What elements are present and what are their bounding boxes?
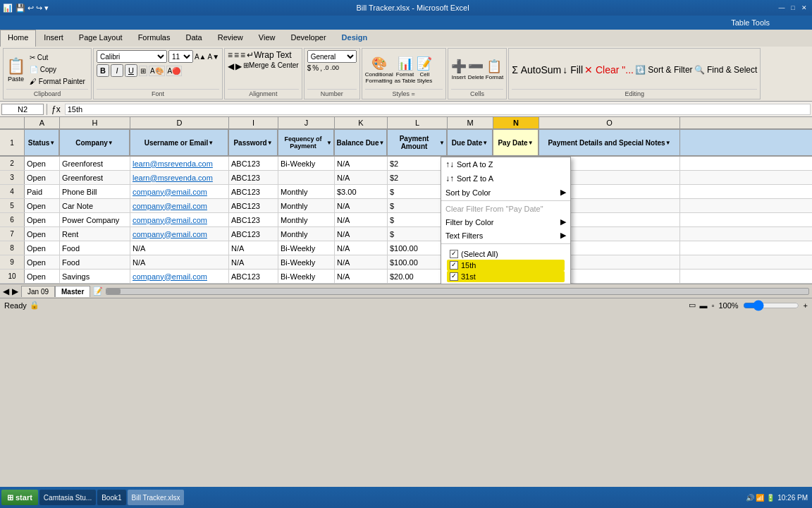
cell-password: ABC123 xyxy=(229,270,278,283)
sheet-tab-icon[interactable]: 📝 xyxy=(93,286,103,296)
cell-company: Greenforest xyxy=(60,171,130,184)
align-top-right-button[interactable]: ≡ xyxy=(240,50,245,60)
taskbar-camtasia[interactable]: Camtasia Stu... xyxy=(39,490,96,505)
font-size-select[interactable]: 11 xyxy=(168,50,193,63)
formula-input[interactable] xyxy=(65,104,811,115)
tab-home[interactable]: Home xyxy=(0,30,36,47)
italic-button[interactable]: I xyxy=(111,64,123,77)
col-header-O[interactable]: O xyxy=(539,117,680,128)
maximize-button[interactable]: □ xyxy=(788,3,798,13)
font-family-select[interactable]: Calibri xyxy=(97,50,167,63)
col-header-M[interactable]: M xyxy=(448,117,493,128)
merge-button[interactable]: ⊞Merge & Center xyxy=(243,61,299,71)
select-all-item[interactable]: (Select All) xyxy=(447,248,565,260)
bold-button[interactable]: B xyxy=(97,64,109,77)
align-center-button[interactable]: ▶ xyxy=(235,61,242,71)
text-filters-item[interactable]: Text Filters ▶ xyxy=(441,229,570,242)
col-header-I[interactable]: I xyxy=(229,117,278,128)
col-header-J[interactable]: J xyxy=(278,117,335,128)
cell-email: company@email.com xyxy=(130,213,229,226)
sort-filter-button[interactable]: 🔃 Sort & Filter xyxy=(635,65,693,75)
cut-button[interactable]: ✂ Cut xyxy=(27,52,88,63)
col-header-K[interactable]: K xyxy=(335,117,388,128)
sheet-tab-master[interactable]: Master xyxy=(55,286,90,297)
horizontal-scrollbar[interactable] xyxy=(106,288,809,295)
sheet-scroll-left[interactable]: ◀ xyxy=(3,286,9,296)
clear-button[interactable]: ✕ Clear "... xyxy=(584,64,634,75)
view-normal-button[interactable]: ▭ xyxy=(689,301,696,310)
col-header-L[interactable]: L xyxy=(388,117,448,128)
insert-button[interactable]: ➕ Insert xyxy=(451,59,467,80)
zoom-plus-button[interactable]: + xyxy=(804,301,808,310)
find-select-button[interactable]: 🔍 Find & Select xyxy=(694,65,758,75)
sort-by-color-item[interactable]: Sort by Color ▶ xyxy=(441,186,570,199)
font-decrease-button[interactable]: A▼ xyxy=(208,53,220,61)
paste-button[interactable]: 📋 Paste xyxy=(6,57,25,83)
cell-frequency: Monthly xyxy=(278,213,335,226)
view-layout-button[interactable]: ▬ xyxy=(700,301,708,310)
font-increase-button[interactable]: A▲ xyxy=(195,53,207,61)
col-header-H[interactable]: H xyxy=(60,117,130,128)
increase-decimal-button[interactable]: .0 xyxy=(324,64,329,72)
underline-button[interactable]: U xyxy=(125,64,137,77)
tab-review[interactable]: Review xyxy=(210,30,251,47)
row-number: 7 xyxy=(0,227,25,241)
pay-date-filter-arrow[interactable]: ▼ xyxy=(528,140,534,146)
format-as-table-button[interactable]: 📊 Formatas Table xyxy=(395,56,416,84)
sort-az-item[interactable]: ↑↓ Sort A to Z xyxy=(441,157,570,171)
number-group: General $ % , .0 .00 Number xyxy=(304,48,360,99)
taskbar-book1[interactable]: Book1 xyxy=(97,490,125,505)
format-button[interactable]: 📋 Format xyxy=(486,59,503,80)
tab-formulas[interactable]: Formulas xyxy=(130,30,178,47)
align-left-button[interactable]: ◀ xyxy=(228,61,234,71)
autosum-button[interactable]: Σ AutoSum xyxy=(512,64,561,75)
wrap-text-button[interactable]: ↵Wrap Text xyxy=(247,50,292,60)
conditional-formatting-button[interactable]: 🎨 ConditionalFormatting xyxy=(365,56,393,84)
header-company: Company ▼ xyxy=(60,130,130,155)
sort-za-item[interactable]: ↓↑ Sort Z to A xyxy=(441,171,570,186)
tab-developer[interactable]: Developer xyxy=(283,30,333,47)
cell-reference-input[interactable] xyxy=(1,104,44,115)
copy-button[interactable]: 📄 Copy xyxy=(27,64,88,75)
tab-view[interactable]: View xyxy=(251,30,283,47)
option-15th-item[interactable]: 15th xyxy=(447,260,565,271)
col-header-D[interactable]: D xyxy=(130,117,229,128)
align-top-left-button[interactable]: ≡ xyxy=(228,50,233,60)
align-top-center-button[interactable]: ≡ xyxy=(234,50,239,60)
filter-by-color-item[interactable]: Filter by Color ▶ xyxy=(441,215,570,229)
number-format-select[interactable]: General xyxy=(307,50,357,63)
tab-data[interactable]: Data xyxy=(178,30,209,47)
border-button[interactable]: ⊞ xyxy=(139,66,147,76)
taskbar-bill-tracker[interactable]: Bill Tracker.xlsx xyxy=(128,490,185,505)
currency-button[interactable]: $ xyxy=(307,64,312,72)
sheet-scroll-right[interactable]: ▶ xyxy=(12,286,18,296)
cell-balance: N/A xyxy=(335,157,388,170)
col-header-N[interactable]: N xyxy=(493,117,539,128)
sheet-tab-jan09[interactable]: Jan 09 xyxy=(21,286,55,297)
minimize-button[interactable]: — xyxy=(777,3,787,13)
view-page-break-button[interactable]: ▫ xyxy=(712,301,715,310)
tab-page-layout[interactable]: Page Layout xyxy=(71,30,130,47)
table-row: 5 Open Car Note company@email.com ABC123… xyxy=(0,199,812,213)
format-painter-button[interactable]: 🖌 Format Painter xyxy=(27,76,88,87)
select-all-checkbox[interactable] xyxy=(450,250,458,258)
col-header-A[interactable]: A xyxy=(25,117,60,128)
title-bar-controls[interactable]: — □ ✕ xyxy=(777,3,809,13)
cell-styles-button[interactable]: 📝 CellStyles xyxy=(417,56,432,84)
option-15th-checkbox[interactable] xyxy=(450,261,458,270)
tab-insert[interactable]: Insert xyxy=(36,30,71,47)
decrease-decimal-button[interactable]: .00 xyxy=(330,64,339,72)
fill-button[interactable]: ↓ Fill xyxy=(562,64,583,75)
zoom-slider[interactable] xyxy=(743,300,799,311)
start-button[interactable]: ⊞ start xyxy=(1,490,38,505)
font-color-button[interactable]: A🔴 xyxy=(166,66,183,76)
percent-button[interactable]: % xyxy=(312,64,319,72)
close-button[interactable]: ✕ xyxy=(799,3,809,13)
delete-button[interactable]: ➖ Delete xyxy=(468,59,484,80)
fill-color-button[interactable]: A🎨 xyxy=(149,66,165,76)
comma-button[interactable]: , xyxy=(320,64,322,72)
function-button[interactable]: ƒx xyxy=(51,104,61,114)
option-31st-checkbox[interactable] xyxy=(450,272,458,281)
option-31st-item[interactable]: 31st xyxy=(447,271,565,282)
tab-design[interactable]: Design xyxy=(334,30,376,47)
